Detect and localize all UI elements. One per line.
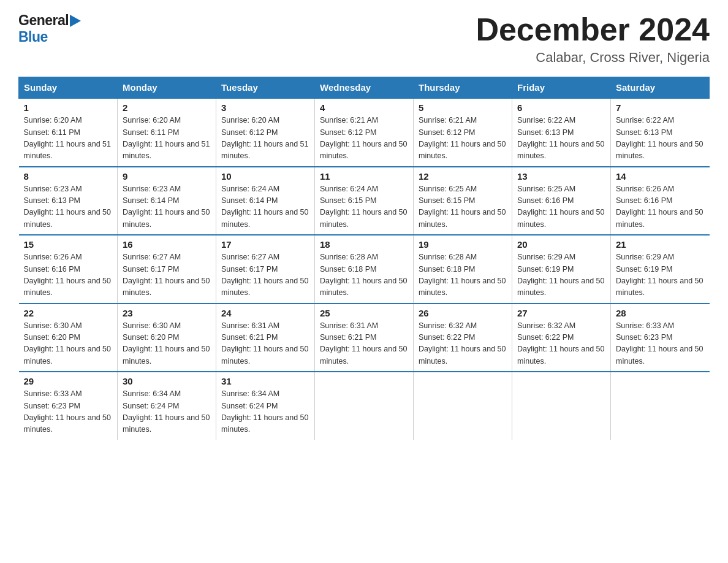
day-info: Sunrise: 6:34 AMSunset: 6:24 PMDaylight:… <box>123 389 210 434</box>
day-number: 19 <box>419 239 507 250</box>
calendar-cell: 8 Sunrise: 6:23 AMSunset: 6:13 PMDayligh… <box>19 167 118 236</box>
calendar-cell: 29 Sunrise: 6:33 AMSunset: 6:23 PMDaylig… <box>19 372 118 440</box>
day-info: Sunrise: 6:23 AMSunset: 6:14 PMDaylight:… <box>123 185 210 229</box>
day-number: 28 <box>616 308 705 318</box>
day-number: 2 <box>123 102 211 113</box>
calendar-cell: 16 Sunrise: 6:27 AMSunset: 6:17 PMDaylig… <box>118 235 216 304</box>
day-info: Sunrise: 6:32 AMSunset: 6:22 PMDaylight:… <box>419 321 506 366</box>
calendar-cell <box>414 372 512 440</box>
column-header-saturday: Saturday <box>611 77 710 99</box>
day-number: 30 <box>123 376 211 386</box>
calendar-week-row: 22 Sunrise: 6:30 AMSunset: 6:20 PMDaylig… <box>19 304 710 372</box>
day-number: 16 <box>123 239 211 250</box>
calendar-cell: 31 Sunrise: 6:34 AMSunset: 6:24 PMDaylig… <box>216 372 315 440</box>
column-header-sunday: Sunday <box>19 77 118 99</box>
day-number: 22 <box>24 308 113 318</box>
day-info: Sunrise: 6:30 AMSunset: 6:20 PMDaylight:… <box>24 321 111 366</box>
day-info: Sunrise: 6:29 AMSunset: 6:19 PMDaylight:… <box>517 253 604 297</box>
calendar-cell: 9 Sunrise: 6:23 AMSunset: 6:14 PMDayligh… <box>118 167 216 236</box>
calendar-cell: 20 Sunrise: 6:29 AMSunset: 6:19 PMDaylig… <box>512 235 611 304</box>
column-header-thursday: Thursday <box>414 77 512 99</box>
calendar-cell: 2 Sunrise: 6:20 AMSunset: 6:11 PMDayligh… <box>118 98 216 167</box>
day-info: Sunrise: 6:30 AMSunset: 6:20 PMDaylight:… <box>123 321 210 366</box>
calendar-cell: 23 Sunrise: 6:30 AMSunset: 6:20 PMDaylig… <box>118 304 216 372</box>
day-info: Sunrise: 6:24 AMSunset: 6:14 PMDaylight:… <box>221 185 308 229</box>
day-number: 5 <box>419 102 507 113</box>
calendar-cell: 10 Sunrise: 6:24 AMSunset: 6:14 PMDaylig… <box>216 167 315 236</box>
day-number: 6 <box>517 102 605 113</box>
day-number: 8 <box>24 171 113 182</box>
day-info: Sunrise: 6:20 AMSunset: 6:12 PMDaylight:… <box>221 116 308 160</box>
day-number: 17 <box>221 239 309 250</box>
logo-general-text: General <box>18 12 69 29</box>
day-number: 3 <box>221 102 309 113</box>
calendar-cell: 21 Sunrise: 6:29 AMSunset: 6:19 PMDaylig… <box>611 235 710 304</box>
calendar-cell <box>512 372 611 440</box>
day-number: 9 <box>123 171 211 182</box>
calendar-cell: 25 Sunrise: 6:31 AMSunset: 6:21 PMDaylig… <box>315 304 414 372</box>
calendar-cell: 30 Sunrise: 6:34 AMSunset: 6:24 PMDaylig… <box>118 372 216 440</box>
calendar-cell: 24 Sunrise: 6:31 AMSunset: 6:21 PMDaylig… <box>216 304 315 372</box>
calendar-cell: 14 Sunrise: 6:26 AMSunset: 6:16 PMDaylig… <box>611 167 710 236</box>
day-info: Sunrise: 6:28 AMSunset: 6:18 PMDaylight:… <box>419 253 506 297</box>
day-info: Sunrise: 6:26 AMSunset: 6:16 PMDaylight:… <box>616 185 703 229</box>
calendar-cell: 26 Sunrise: 6:32 AMSunset: 6:22 PMDaylig… <box>414 304 512 372</box>
calendar-cell: 12 Sunrise: 6:25 AMSunset: 6:15 PMDaylig… <box>414 167 512 236</box>
calendar-header-row: SundayMondayTuesdayWednesdayThursdayFrid… <box>19 77 710 99</box>
day-number: 27 <box>517 308 605 318</box>
day-number: 20 <box>517 239 605 250</box>
calendar-cell: 11 Sunrise: 6:24 AMSunset: 6:15 PMDaylig… <box>315 167 414 236</box>
calendar-cell: 6 Sunrise: 6:22 AMSunset: 6:13 PMDayligh… <box>512 98 611 167</box>
calendar-cell: 22 Sunrise: 6:30 AMSunset: 6:20 PMDaylig… <box>19 304 118 372</box>
svg-marker-0 <box>70 15 81 27</box>
column-header-monday: Monday <box>118 77 216 99</box>
day-info: Sunrise: 6:34 AMSunset: 6:24 PMDaylight:… <box>221 389 308 434</box>
logo: General Blue <box>18 12 81 45</box>
day-info: Sunrise: 6:31 AMSunset: 6:21 PMDaylight:… <box>320 321 407 366</box>
day-number: 7 <box>616 102 705 113</box>
day-info: Sunrise: 6:24 AMSunset: 6:15 PMDaylight:… <box>320 185 407 229</box>
day-number: 29 <box>24 376 113 386</box>
day-info: Sunrise: 6:25 AMSunset: 6:15 PMDaylight:… <box>419 185 506 229</box>
day-number: 14 <box>616 171 705 182</box>
day-info: Sunrise: 6:21 AMSunset: 6:12 PMDaylight:… <box>320 116 407 160</box>
calendar-cell: 19 Sunrise: 6:28 AMSunset: 6:18 PMDaylig… <box>414 235 512 304</box>
page-title: December 2024 <box>476 12 710 47</box>
page-header: General Blue December 2024 Calabar, Cros… <box>18 12 710 66</box>
day-number: 1 <box>24 102 113 113</box>
calendar-cell: 3 Sunrise: 6:20 AMSunset: 6:12 PMDayligh… <box>216 98 315 167</box>
column-header-tuesday: Tuesday <box>216 77 315 99</box>
calendar-week-row: 8 Sunrise: 6:23 AMSunset: 6:13 PMDayligh… <box>19 167 710 236</box>
day-number: 10 <box>221 171 309 182</box>
day-info: Sunrise: 6:27 AMSunset: 6:17 PMDaylight:… <box>123 253 210 297</box>
calendar-cell: 28 Sunrise: 6:33 AMSunset: 6:23 PMDaylig… <box>611 304 710 372</box>
day-number: 23 <box>123 308 211 318</box>
day-number: 25 <box>320 308 408 318</box>
day-info: Sunrise: 6:22 AMSunset: 6:13 PMDaylight:… <box>517 116 604 160</box>
day-number: 11 <box>320 171 408 182</box>
logo-arrow-icon <box>70 15 81 27</box>
calendar-week-row: 1 Sunrise: 6:20 AMSunset: 6:11 PMDayligh… <box>19 98 710 167</box>
calendar-cell: 15 Sunrise: 6:26 AMSunset: 6:16 PMDaylig… <box>19 235 118 304</box>
calendar-table: SundayMondayTuesdayWednesdayThursdayFrid… <box>18 77 710 440</box>
calendar-week-row: 15 Sunrise: 6:26 AMSunset: 6:16 PMDaylig… <box>19 235 710 304</box>
calendar-cell: 13 Sunrise: 6:25 AMSunset: 6:16 PMDaylig… <box>512 167 611 236</box>
day-number: 12 <box>419 171 507 182</box>
day-number: 18 <box>320 239 408 250</box>
day-info: Sunrise: 6:33 AMSunset: 6:23 PMDaylight:… <box>24 389 111 434</box>
day-number: 31 <box>221 376 309 386</box>
day-info: Sunrise: 6:32 AMSunset: 6:22 PMDaylight:… <box>517 321 604 366</box>
calendar-cell <box>611 372 710 440</box>
day-number: 26 <box>419 308 507 318</box>
day-number: 21 <box>616 239 705 250</box>
page-subtitle: Calabar, Cross River, Nigeria <box>476 50 710 66</box>
column-header-wednesday: Wednesday <box>315 77 414 99</box>
day-info: Sunrise: 6:20 AMSunset: 6:11 PMDaylight:… <box>24 116 111 160</box>
calendar-cell: 27 Sunrise: 6:32 AMSunset: 6:22 PMDaylig… <box>512 304 611 372</box>
day-info: Sunrise: 6:29 AMSunset: 6:19 PMDaylight:… <box>616 253 703 297</box>
calendar-cell: 5 Sunrise: 6:21 AMSunset: 6:12 PMDayligh… <box>414 98 512 167</box>
calendar-cell: 1 Sunrise: 6:20 AMSunset: 6:11 PMDayligh… <box>19 98 118 167</box>
calendar-cell <box>315 372 414 440</box>
day-number: 4 <box>320 102 408 113</box>
title-block: December 2024 Calabar, Cross River, Nige… <box>476 12 710 66</box>
